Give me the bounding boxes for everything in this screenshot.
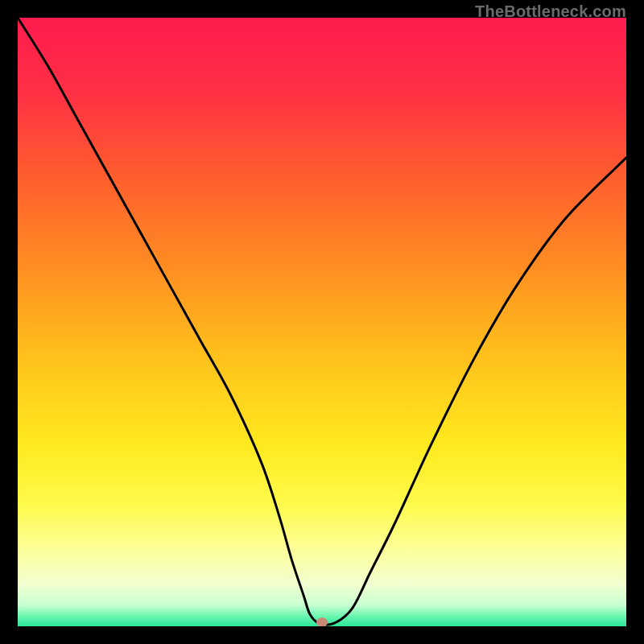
plot-area bbox=[18, 18, 626, 626]
chart-frame: TheBottleneck.com bbox=[0, 0, 644, 644]
optimal-point-marker bbox=[316, 617, 328, 626]
bottleneck-curve bbox=[18, 18, 626, 626]
